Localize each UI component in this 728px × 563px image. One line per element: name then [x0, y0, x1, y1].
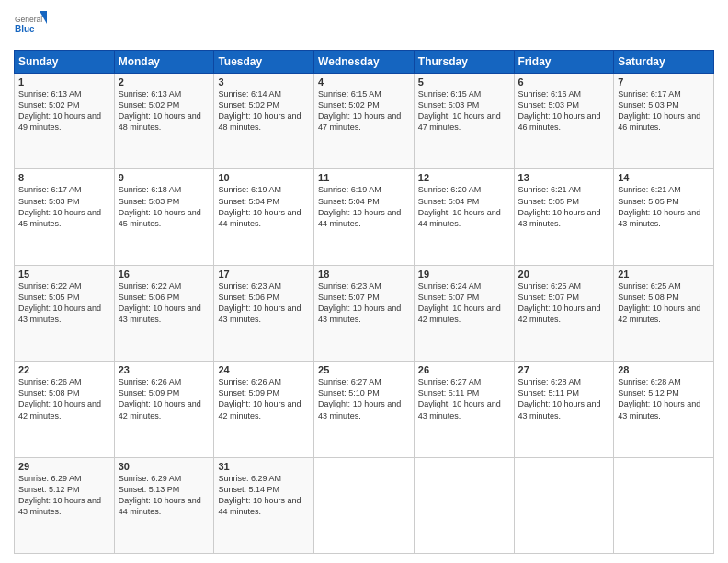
day-cell: 24 Sunrise: 6:26 AM Sunset: 5:09 PM Dayl… [214, 362, 314, 457]
week-row-5: 29 Sunrise: 6:29 AM Sunset: 5:12 PM Dayl… [15, 457, 714, 553]
day-cell: 11 Sunrise: 6:19 AM Sunset: 5:04 PM Dayl… [314, 169, 415, 265]
day-detail: Sunrise: 6:27 AM Sunset: 5:11 PM Dayligh… [418, 376, 510, 421]
day-detail: Sunrise: 6:28 AM Sunset: 5:12 PM Dayligh… [618, 376, 710, 421]
day-number: 12 [418, 172, 510, 183]
day-number: 25 [318, 364, 410, 375]
day-detail: Sunrise: 6:27 AM Sunset: 5:10 PM Dayligh… [318, 376, 410, 421]
day-number: 28 [618, 364, 710, 375]
day-number: 11 [318, 172, 410, 183]
calendar-header: SundayMondayTuesdayWednesdayThursdayFrid… [15, 51, 714, 74]
header: General Blue [14, 9, 714, 42]
day-cell: 7 Sunrise: 6:17 AM Sunset: 5:03 PM Dayli… [614, 74, 714, 169]
weekday-header-thursday: Thursday [414, 51, 514, 74]
day-cell: 1 Sunrise: 6:13 AM Sunset: 5:02 PM Dayli… [15, 74, 115, 169]
day-number: 9 [119, 172, 210, 183]
day-cell: 14 Sunrise: 6:21 AM Sunset: 5:05 PM Dayl… [614, 169, 714, 265]
day-number: 30 [119, 461, 210, 472]
day-cell: 17 Sunrise: 6:23 AM Sunset: 5:06 PM Dayl… [214, 265, 314, 361]
week-row-3: 15 Sunrise: 6:22 AM Sunset: 5:05 PM Dayl… [15, 265, 714, 361]
svg-text:General: General [15, 15, 42, 24]
day-detail: Sunrise: 6:23 AM Sunset: 5:07 PM Dayligh… [318, 281, 410, 326]
day-number: 19 [418, 269, 510, 280]
weekday-row: SundayMondayTuesdayWednesdayThursdayFrid… [15, 51, 714, 74]
day-number: 5 [418, 76, 510, 87]
day-detail: Sunrise: 6:20 AM Sunset: 5:04 PM Dayligh… [418, 184, 510, 229]
weekday-header-wednesday: Wednesday [314, 51, 415, 74]
weekday-header-tuesday: Tuesday [214, 51, 314, 74]
day-number: 20 [518, 269, 610, 280]
day-cell: 5 Sunrise: 6:15 AM Sunset: 5:03 PM Dayli… [414, 74, 514, 169]
day-cell: 27 Sunrise: 6:28 AM Sunset: 5:11 PM Dayl… [514, 362, 614, 457]
page: General Blue SundayMondayTuesdayWednesda… [0, 0, 728, 563]
day-number: 21 [618, 269, 710, 280]
weekday-header-monday: Monday [114, 51, 214, 74]
day-number: 2 [119, 76, 210, 87]
weekday-header-sunday: Sunday [15, 51, 115, 74]
day-detail: Sunrise: 6:29 AM Sunset: 5:13 PM Dayligh… [119, 473, 210, 518]
day-cell: 9 Sunrise: 6:18 AM Sunset: 5:03 PM Dayli… [114, 169, 214, 265]
weekday-header-friday: Friday [514, 51, 614, 74]
day-number: 18 [318, 269, 410, 280]
day-number: 31 [218, 461, 310, 472]
day-cell: 22 Sunrise: 6:26 AM Sunset: 5:08 PM Dayl… [15, 362, 115, 457]
day-number: 22 [18, 364, 110, 375]
day-detail: Sunrise: 6:18 AM Sunset: 5:03 PM Dayligh… [119, 184, 210, 229]
day-number: 1 [18, 76, 110, 87]
day-cell: 4 Sunrise: 6:15 AM Sunset: 5:02 PM Dayli… [314, 74, 415, 169]
day-detail: Sunrise: 6:29 AM Sunset: 5:12 PM Dayligh… [18, 473, 110, 518]
day-cell: 23 Sunrise: 6:26 AM Sunset: 5:09 PM Dayl… [114, 362, 214, 457]
day-cell: 8 Sunrise: 6:17 AM Sunset: 5:03 PM Dayli… [15, 169, 115, 265]
day-detail: Sunrise: 6:13 AM Sunset: 5:02 PM Dayligh… [119, 88, 210, 133]
day-detail: Sunrise: 6:21 AM Sunset: 5:05 PM Dayligh… [518, 184, 610, 229]
day-detail: Sunrise: 6:22 AM Sunset: 5:06 PM Dayligh… [119, 281, 210, 326]
day-cell: 16 Sunrise: 6:22 AM Sunset: 5:06 PM Dayl… [114, 265, 214, 361]
week-row-4: 22 Sunrise: 6:26 AM Sunset: 5:08 PM Dayl… [15, 362, 714, 457]
day-number: 3 [218, 76, 310, 87]
day-detail: Sunrise: 6:22 AM Sunset: 5:05 PM Dayligh… [18, 281, 110, 326]
day-cell [614, 457, 714, 553]
day-number: 4 [318, 76, 410, 87]
day-number: 17 [218, 269, 310, 280]
day-cell: 26 Sunrise: 6:27 AM Sunset: 5:11 PM Dayl… [414, 362, 514, 457]
day-detail: Sunrise: 6:19 AM Sunset: 5:04 PM Dayligh… [218, 184, 310, 229]
svg-text:Blue: Blue [15, 24, 35, 34]
day-detail: Sunrise: 6:29 AM Sunset: 5:14 PM Dayligh… [218, 473, 310, 518]
day-cell: 3 Sunrise: 6:14 AM Sunset: 5:02 PM Dayli… [214, 74, 314, 169]
day-detail: Sunrise: 6:17 AM Sunset: 5:03 PM Dayligh… [618, 88, 710, 133]
day-detail: Sunrise: 6:21 AM Sunset: 5:05 PM Dayligh… [618, 184, 710, 229]
day-detail: Sunrise: 6:24 AM Sunset: 5:07 PM Dayligh… [418, 281, 510, 326]
day-cell: 18 Sunrise: 6:23 AM Sunset: 5:07 PM Dayl… [314, 265, 415, 361]
day-number: 10 [218, 172, 310, 183]
day-cell: 31 Sunrise: 6:29 AM Sunset: 5:14 PM Dayl… [214, 457, 314, 553]
day-cell: 19 Sunrise: 6:24 AM Sunset: 5:07 PM Dayl… [414, 265, 514, 361]
logo: General Blue [14, 9, 47, 42]
day-number: 7 [618, 76, 710, 87]
logo-svg: General Blue [14, 9, 47, 42]
day-cell: 2 Sunrise: 6:13 AM Sunset: 5:02 PM Dayli… [114, 74, 214, 169]
day-cell: 12 Sunrise: 6:20 AM Sunset: 5:04 PM Dayl… [414, 169, 514, 265]
day-cell: 29 Sunrise: 6:29 AM Sunset: 5:12 PM Dayl… [15, 457, 115, 553]
day-number: 6 [518, 76, 610, 87]
day-number: 29 [18, 461, 110, 472]
day-cell [314, 457, 415, 553]
day-number: 24 [218, 364, 310, 375]
day-detail: Sunrise: 6:17 AM Sunset: 5:03 PM Dayligh… [18, 184, 110, 229]
day-cell: 13 Sunrise: 6:21 AM Sunset: 5:05 PM Dayl… [514, 169, 614, 265]
day-cell: 21 Sunrise: 6:25 AM Sunset: 5:08 PM Dayl… [614, 265, 714, 361]
day-detail: Sunrise: 6:14 AM Sunset: 5:02 PM Dayligh… [218, 88, 310, 133]
day-detail: Sunrise: 6:25 AM Sunset: 5:08 PM Dayligh… [618, 281, 710, 326]
day-detail: Sunrise: 6:15 AM Sunset: 5:02 PM Dayligh… [318, 88, 410, 133]
day-detail: Sunrise: 6:26 AM Sunset: 5:08 PM Dayligh… [18, 376, 110, 421]
day-number: 14 [618, 172, 710, 183]
week-row-1: 1 Sunrise: 6:13 AM Sunset: 5:02 PM Dayli… [15, 74, 714, 169]
week-row-2: 8 Sunrise: 6:17 AM Sunset: 5:03 PM Dayli… [15, 169, 714, 265]
day-cell: 28 Sunrise: 6:28 AM Sunset: 5:12 PM Dayl… [614, 362, 714, 457]
day-number: 8 [18, 172, 110, 183]
day-cell: 20 Sunrise: 6:25 AM Sunset: 5:07 PM Dayl… [514, 265, 614, 361]
day-detail: Sunrise: 6:26 AM Sunset: 5:09 PM Dayligh… [218, 376, 310, 421]
day-number: 26 [418, 364, 510, 375]
day-number: 13 [518, 172, 610, 183]
day-cell [414, 457, 514, 553]
day-number: 15 [18, 269, 110, 280]
day-detail: Sunrise: 6:26 AM Sunset: 5:09 PM Dayligh… [119, 376, 210, 421]
